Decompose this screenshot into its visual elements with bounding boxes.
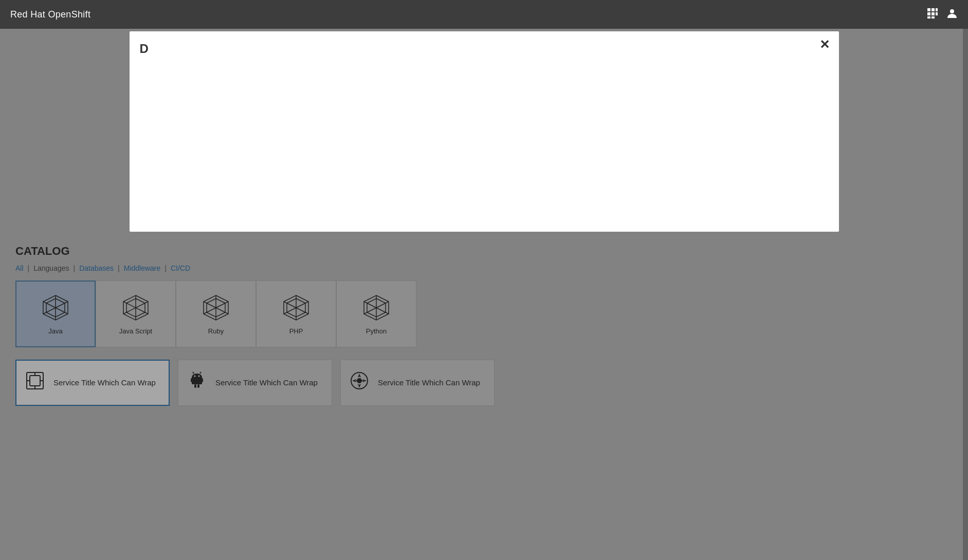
svg-point-8 [950,9,954,13]
svg-rect-6 [927,16,930,18]
svg-rect-5 [936,12,938,15]
svg-rect-7 [932,16,935,18]
grid-icon[interactable] [927,8,938,22]
svg-rect-1 [932,8,935,11]
user-icon[interactable] [946,8,958,22]
navbar-brand: Red Hat OpenShift [10,9,90,20]
page-content: CATALOG All | Languages | Databases | Mi… [0,29,968,560]
modal: ✕ D [130,31,839,232]
navbar-icons [927,8,958,22]
svg-rect-3 [927,12,930,15]
navbar: Red Hat OpenShift [0,0,968,29]
modal-close-button[interactable]: ✕ [819,39,830,51]
modal-overlay: ✕ D [0,29,968,560]
svg-rect-2 [936,8,938,11]
svg-rect-0 [927,8,930,11]
svg-rect-4 [932,12,935,15]
modal-content-label: D [140,42,149,55]
modal-body: D [130,31,839,227]
